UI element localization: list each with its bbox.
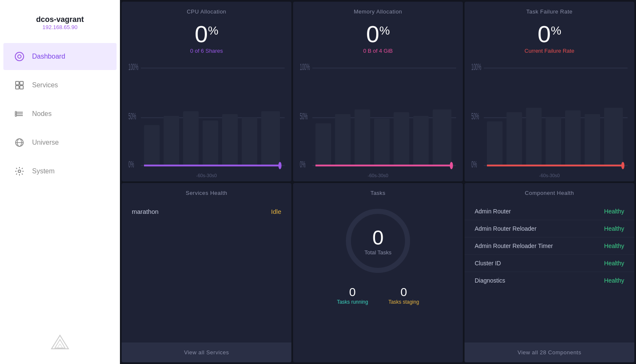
- donut-center: 0 Total Tasks: [364, 226, 391, 256]
- component-row: Diagnostics Healthy: [465, 272, 634, 289]
- tasks-title: Tasks: [364, 183, 392, 200]
- tasks-donut: 0 Total Tasks: [340, 203, 416, 279]
- total-tasks-value: 0: [364, 226, 391, 249]
- service-name: marathon: [132, 208, 158, 215]
- main-content: CPU Allocation 0% 0 of 6 Shares 100% 50%…: [120, 0, 636, 364]
- component-row: Cluster ID Healthy: [465, 255, 634, 272]
- task-failure-sub: Current Failure Rate: [525, 48, 574, 54]
- total-tasks-label: Total Tasks: [364, 249, 391, 256]
- svg-rect-5: [20, 86, 23, 89]
- svg-text:50%: 50%: [128, 111, 136, 122]
- svg-rect-43: [374, 119, 390, 165]
- svg-text:0%: 0%: [128, 159, 134, 170]
- svg-marker-16: [52, 335, 68, 349]
- sidebar-item-label-services: Services: [32, 81, 58, 89]
- services-health-title: Services Health: [122, 183, 291, 200]
- svg-rect-11: [15, 115, 16, 116]
- task-failure-chart-labels: -60s -30s 0: [533, 173, 567, 181]
- memory-title: Memory Allocation: [347, 2, 409, 18]
- cpu-chart-labels: -60s -30s 0: [190, 173, 224, 181]
- memory-chart-labels: -60s -30s 0: [361, 173, 395, 181]
- component-health-title: Component Health: [465, 183, 634, 200]
- svg-rect-26: [163, 116, 179, 166]
- svg-rect-56: [506, 112, 522, 165]
- svg-rect-58: [546, 117, 561, 165]
- cpu-value: 0%: [195, 22, 218, 46]
- component-health-card: Component Health Admin Router Healthy Ad…: [465, 183, 634, 363]
- svg-point-0: [15, 52, 24, 61]
- sidebar-item-dashboard[interactable]: Dashboard: [3, 43, 117, 70]
- service-row: marathon Idle: [132, 205, 281, 218]
- services-icon: [14, 79, 25, 91]
- cpu-title: CPU Allocation: [180, 2, 233, 18]
- svg-marker-18: [57, 344, 63, 348]
- task-failure-card: Task Failure Rate 0% Current Failure Rat…: [465, 2, 634, 181]
- component-name: Admin Router Reloader Timer: [475, 243, 553, 249]
- svg-point-15: [18, 170, 21, 173]
- sidebar-item-label-universe: Universe: [32, 139, 59, 146]
- sidebar-footer: [0, 325, 120, 364]
- component-row: Admin Router Reloader Healthy: [465, 220, 634, 237]
- svg-rect-41: [335, 114, 351, 165]
- svg-text:50%: 50%: [300, 111, 308, 122]
- component-list: Admin Router Healthy Admin Router Reload…: [465, 200, 634, 343]
- svg-text:100%: 100%: [128, 62, 139, 72]
- svg-rect-3: [20, 81, 23, 85]
- view-components-button[interactable]: View all 28 Components: [465, 342, 634, 362]
- dashboard-icon: [14, 51, 25, 62]
- brand-name: dcos-vagrant: [10, 15, 110, 24]
- svg-rect-2: [16, 81, 19, 85]
- memory-sub: 0 B of 4 GiB: [363, 48, 393, 54]
- svg-rect-25: [144, 125, 160, 166]
- memory-value: 0%: [366, 22, 390, 46]
- cpu-chart: 100% 50% 0%: [122, 57, 291, 173]
- component-status: Healthy: [604, 225, 624, 232]
- tasks-staging-label: Tasks staging: [389, 299, 419, 305]
- svg-point-48: [450, 162, 453, 169]
- svg-text:0%: 0%: [300, 159, 305, 170]
- svg-point-63: [621, 162, 624, 169]
- component-status: Healthy: [604, 208, 624, 215]
- cpu-card: CPU Allocation 0% 0 of 6 Shares 100% 50%…: [122, 2, 291, 181]
- sidebar-item-nodes[interactable]: Nodes: [3, 100, 117, 127]
- view-services-button[interactable]: View all Services: [122, 342, 291, 362]
- svg-rect-30: [242, 118, 257, 165]
- memory-chart: 100% 50% 0%: [293, 57, 463, 173]
- tasks-running-value: 0: [337, 286, 368, 299]
- svg-rect-27: [183, 111, 199, 166]
- tasks-staging-stat: 0 Tasks staging: [389, 286, 419, 305]
- svg-rect-29: [222, 114, 238, 165]
- nodes-icon: [14, 108, 25, 120]
- task-failure-chart: 100% 50% 0%: [465, 57, 634, 173]
- cpu-sub: 0 of 6 Shares: [190, 48, 223, 54]
- svg-rect-45: [413, 116, 429, 166]
- sidebar-item-services[interactable]: Services: [3, 72, 117, 99]
- sidebar-item-system[interactable]: System: [3, 158, 117, 185]
- svg-text:0%: 0%: [471, 159, 477, 170]
- svg-rect-46: [433, 109, 451, 165]
- svg-rect-60: [584, 114, 600, 165]
- svg-text:100%: 100%: [300, 62, 310, 72]
- task-failure-value: 0%: [538, 22, 561, 46]
- component-status: Healthy: [604, 260, 624, 267]
- svg-rect-31: [261, 111, 280, 166]
- svg-rect-4: [16, 86, 19, 89]
- component-row: Admin Router Healthy: [465, 203, 634, 220]
- universe-icon: [14, 137, 25, 148]
- svg-rect-42: [355, 109, 370, 165]
- component-name: Cluster ID: [475, 260, 501, 267]
- brand: dcos-vagrant 192.168.65.90: [0, 8, 120, 42]
- memory-card: Memory Allocation 0% 0 B of 4 GiB 100% 5…: [293, 2, 463, 181]
- tasks-running-stat: 0 Tasks running: [337, 286, 368, 305]
- sidebar-item-label-nodes: Nodes: [32, 110, 52, 118]
- component-name: Admin Router: [475, 208, 511, 215]
- sidebar-item-universe[interactable]: Universe: [3, 129, 117, 156]
- svg-rect-61: [604, 108, 623, 165]
- svg-point-33: [278, 162, 281, 169]
- tasks-card: Tasks 0 Total Tasks 0 Tasks running 0 Ta…: [293, 183, 463, 363]
- service-status: Idle: [271, 208, 281, 215]
- svg-text:50%: 50%: [471, 111, 479, 122]
- svg-rect-55: [487, 121, 503, 166]
- tasks-running-label: Tasks running: [337, 299, 368, 305]
- system-icon: [14, 165, 25, 177]
